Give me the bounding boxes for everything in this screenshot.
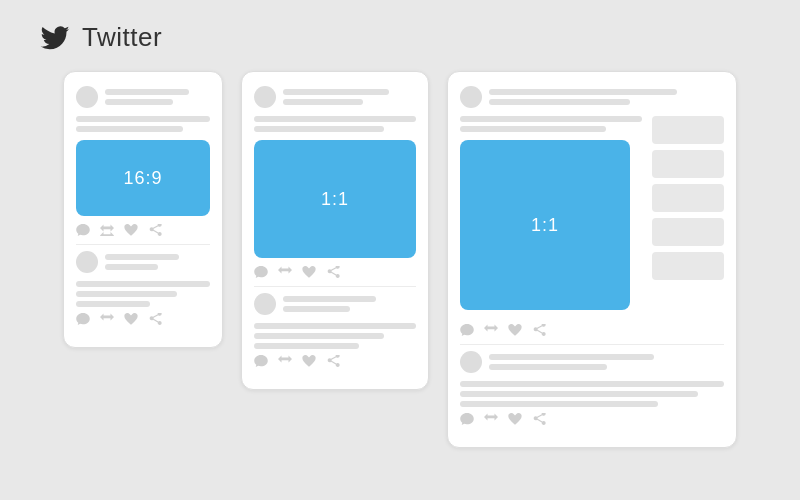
post-body-m1 <box>254 116 416 132</box>
mockup-medium: 1:1 <box>241 71 429 390</box>
mockup-wide: 1:1 <box>447 71 737 448</box>
text-line <box>76 291 177 297</box>
text-line <box>254 323 416 329</box>
divider-w <box>460 344 724 345</box>
comment-icon-2[interactable] <box>76 313 90 325</box>
user-info-w1 <box>489 89 724 105</box>
divider <box>76 244 210 245</box>
text-line <box>460 401 658 407</box>
handle-line-m1 <box>283 99 363 105</box>
post-header-w1 <box>460 86 724 108</box>
sidebar-block-4 <box>652 218 724 246</box>
post-header-1 <box>76 86 210 108</box>
avatar-2 <box>76 251 98 273</box>
header: Twitter <box>0 0 800 71</box>
username-line-m2 <box>283 296 376 302</box>
mockups-container: 16:9 <box>0 71 800 448</box>
text-line <box>254 116 416 122</box>
comment-icon-m1[interactable] <box>254 266 268 278</box>
username-line-2 <box>105 254 179 260</box>
text-line <box>460 126 606 132</box>
post-header-m1 <box>254 86 416 108</box>
post-actions-1 <box>76 224 210 236</box>
retweet-icon-m1[interactable] <box>278 266 292 278</box>
sidebar-block-3 <box>652 184 724 212</box>
avatar-m1 <box>254 86 276 108</box>
ratio-label-medium: 1:1 <box>321 189 349 210</box>
retweet-icon-w2[interactable] <box>484 413 498 425</box>
post-actions-m2 <box>254 355 416 367</box>
handle-line-w2 <box>489 364 607 370</box>
post-header-m2 <box>254 293 416 315</box>
user-info-m2 <box>283 296 416 312</box>
username-line <box>105 89 189 95</box>
handle-line-m2 <box>283 306 350 312</box>
share-icon-w1[interactable] <box>532 324 546 336</box>
text-line <box>76 301 150 307</box>
mockup-narrow: 16:9 <box>63 71 223 348</box>
share-icon-2[interactable] <box>148 313 162 325</box>
username-line-w2 <box>489 354 654 360</box>
page-title: Twitter <box>82 22 162 53</box>
post-body <box>76 116 210 132</box>
comment-icon[interactable] <box>76 224 90 236</box>
share-icon-m1[interactable] <box>326 266 340 278</box>
handle-line-2 <box>105 264 158 270</box>
text-line <box>76 126 183 132</box>
divider-m <box>254 286 416 287</box>
avatar-m2 <box>254 293 276 315</box>
comment-icon-w1[interactable] <box>460 324 474 336</box>
text-line <box>460 391 698 397</box>
comment-icon-w2[interactable] <box>460 413 474 425</box>
text-line <box>254 343 359 349</box>
avatar-w1 <box>460 86 482 108</box>
ratio-label: 16:9 <box>123 168 162 189</box>
post-body-2 <box>76 281 210 307</box>
text-line <box>76 281 210 287</box>
like-icon[interactable] <box>124 224 138 236</box>
retweet-icon-m2[interactable] <box>278 355 292 367</box>
post-body-m2 <box>254 323 416 349</box>
right-sidebar <box>652 116 724 318</box>
share-icon-w2[interactable] <box>532 413 546 425</box>
post-header-w2 <box>460 351 724 373</box>
retweet-icon[interactable] <box>100 224 114 236</box>
like-icon-m2[interactable] <box>302 355 316 367</box>
wide-post-content: 1:1 <box>460 116 642 318</box>
share-icon[interactable] <box>148 224 162 236</box>
post-actions-w2 <box>460 413 724 425</box>
twitter-bird-icon <box>40 26 70 50</box>
retweet-icon-2[interactable] <box>100 313 114 325</box>
like-icon-m1[interactable] <box>302 266 316 278</box>
post-header-2 <box>76 251 210 273</box>
post-body-w1 <box>460 116 642 132</box>
sidebar-block-1 <box>652 116 724 144</box>
sidebar-block-2 <box>652 150 724 178</box>
media-placeholder-16-9: 16:9 <box>76 140 210 216</box>
text-line <box>254 126 384 132</box>
sidebar-block-5 <box>652 252 724 280</box>
user-info-lines <box>105 89 210 105</box>
post-actions-m1 <box>254 266 416 278</box>
text-line <box>460 116 642 122</box>
wide-post-layout: 1:1 <box>460 116 724 318</box>
username-line-w1 <box>489 89 677 95</box>
post-actions-w1 <box>460 324 724 336</box>
post-actions-2 <box>76 313 210 325</box>
media-placeholder-1-1-medium: 1:1 <box>254 140 416 258</box>
retweet-icon-w1[interactable] <box>484 324 498 336</box>
handle-line-w1 <box>489 99 630 105</box>
avatar <box>76 86 98 108</box>
comment-icon-m2[interactable] <box>254 355 268 367</box>
like-icon-2[interactable] <box>124 313 138 325</box>
text-line <box>460 381 724 387</box>
username-line-m1 <box>283 89 389 95</box>
avatar-w2 <box>460 351 482 373</box>
like-icon-w2[interactable] <box>508 413 522 425</box>
text-line <box>254 333 384 339</box>
share-icon-m2[interactable] <box>326 355 340 367</box>
user-info-lines-2 <box>105 254 210 270</box>
user-info-w2 <box>489 354 724 370</box>
like-icon-w1[interactable] <box>508 324 522 336</box>
post-body-w2 <box>460 381 724 407</box>
